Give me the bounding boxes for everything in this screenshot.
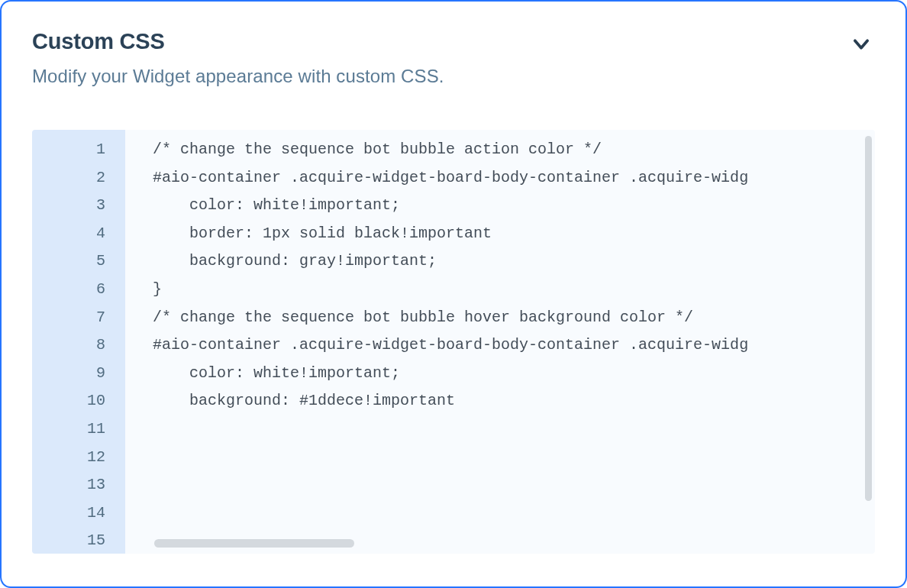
code-line[interactable] [153,415,875,444]
chevron-down-icon[interactable] [851,34,872,55]
line-number: 4 [32,220,105,248]
code-area[interactable]: /* change the sequence bot bubble action… [125,130,875,554]
line-number: 7 [32,304,105,332]
line-number: 5 [32,247,105,276]
panel-header: Custom CSS [32,29,875,55]
code-line[interactable]: color: white!important; [153,192,875,220]
section-subtitle: Modify your Widget appearance with custo… [32,66,875,87]
code-line[interactable]: color: white!important; [153,360,875,388]
line-number: 3 [32,192,105,220]
code-line[interactable] [153,444,875,472]
line-number: 9 [32,360,105,388]
line-number: 13 [32,471,105,499]
line-number: 12 [32,444,105,472]
line-number-gutter: 123456789101112131415 [32,130,125,554]
line-number: 2 [32,164,105,192]
code-line[interactable]: /* change the sequence bot bubble action… [153,136,875,164]
horizontal-scrollbar[interactable] [154,539,354,548]
code-line[interactable] [153,471,875,499]
line-number: 14 [32,499,105,528]
code-editor[interactable]: 123456789101112131415 /* change the sequ… [32,130,875,554]
code-line[interactable] [153,499,875,528]
custom-css-panel: Custom CSS Modify your Widget appearance… [0,0,907,588]
line-number: 11 [32,415,105,444]
code-line[interactable]: border: 1px solid black!important [153,220,875,248]
section-title: Custom CSS [32,29,165,54]
code-line[interactable]: /* change the sequence bot bubble hover … [153,304,875,332]
line-number: 10 [32,387,105,415]
line-number: 15 [32,527,105,554]
line-number: 6 [32,276,105,304]
code-line[interactable]: #aio-container .acquire-widget-board-bod… [153,331,875,360]
code-line[interactable]: background: #1ddece!important [153,387,875,415]
code-line[interactable]: background: gray!important; [153,247,875,276]
vertical-scrollbar[interactable] [865,136,872,501]
code-line[interactable]: } [153,276,875,304]
line-number: 1 [32,136,105,164]
code-line[interactable]: #aio-container .acquire-widget-board-bod… [153,164,875,192]
line-number: 8 [32,331,105,360]
